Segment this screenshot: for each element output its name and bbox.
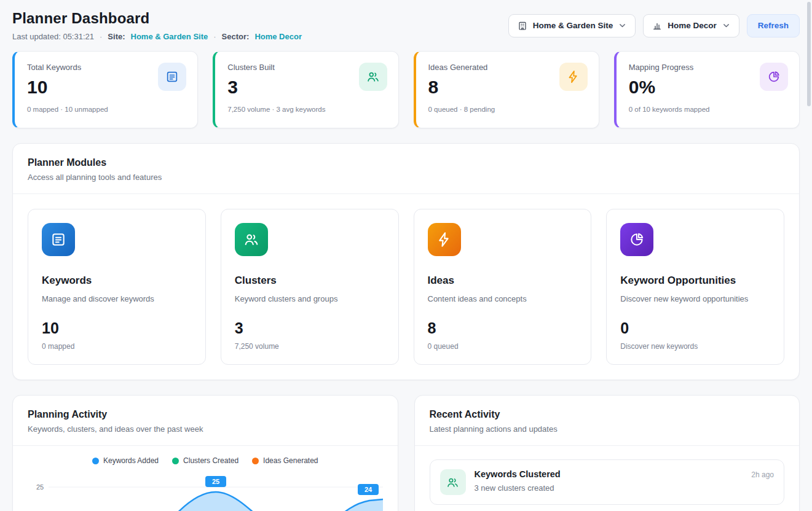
users-icon bbox=[359, 63, 387, 91]
users-icon bbox=[440, 469, 466, 495]
legend-label: Ideas Generated bbox=[263, 456, 318, 465]
planner-modules-header: Planner Modules Access all planning tool… bbox=[13, 144, 799, 194]
svg-text:24: 24 bbox=[365, 486, 372, 493]
planning-activity-header: Planning Activity Keywords, clusters, an… bbox=[13, 396, 398, 446]
chevron-down-icon bbox=[722, 21, 730, 29]
chevron-down-icon bbox=[618, 21, 626, 29]
module-sub: 0 mapped bbox=[42, 342, 192, 351]
activity-title: Keywords Clustered bbox=[475, 469, 743, 479]
section-subtitle: Latest planning actions and updates bbox=[430, 424, 785, 434]
module-title: Ideas bbox=[428, 275, 578, 287]
stat-card-total-keywords: Total Keywords 10 0 mapped · 10 unmapped bbox=[12, 51, 198, 128]
module-card-keywords[interactable]: Keywords Manage and discover keywords 10… bbox=[28, 209, 206, 365]
planning-activity-panel: Planning Activity Keywords, clusters, an… bbox=[12, 395, 398, 511]
users-icon bbox=[235, 223, 268, 256]
planner-modules-panel: Planner Modules Access all planning tool… bbox=[12, 143, 800, 380]
module-card-clusters[interactable]: Clusters Keyword clusters and groups 3 7… bbox=[221, 209, 399, 365]
modules-grid: Keywords Manage and discover keywords 10… bbox=[13, 194, 799, 380]
stat-sub: 7,250 volume · 3 avg keywords bbox=[227, 106, 325, 113]
module-sub: Discover new keywords bbox=[620, 342, 770, 351]
building-icon bbox=[518, 21, 527, 31]
stats-row: Total Keywords 10 0 mapped · 10 unmapped… bbox=[12, 51, 800, 128]
legend-dot bbox=[172, 458, 179, 464]
activity-timestamp: 2h ago bbox=[751, 469, 774, 479]
stat-sub: 0 mapped · 10 unmapped bbox=[27, 106, 108, 113]
pie-chart-icon bbox=[760, 63, 788, 91]
document-icon bbox=[42, 223, 75, 256]
svg-text:25: 25 bbox=[212, 478, 219, 485]
chart-legend: Keywords Added Clusters Created Ideas Ge… bbox=[13, 446, 398, 470]
module-card-ideas[interactable]: Ideas Content ideas and concepts 8 0 que… bbox=[414, 209, 592, 365]
stat-sub: 0 of 10 keywords mapped bbox=[629, 106, 710, 113]
stat-card-clusters-built: Clusters Built 3 7,250 volume · 3 avg ke… bbox=[213, 51, 398, 128]
stat-label: Clusters Built bbox=[227, 63, 325, 72]
stat-card-text: Clusters Built 3 7,250 volume · 3 avg ke… bbox=[227, 63, 325, 118]
module-title: Keyword Opportunities bbox=[620, 275, 770, 287]
stat-value: 10 bbox=[27, 77, 108, 98]
section-subtitle: Keywords, clusters, and ideas over the p… bbox=[28, 424, 383, 434]
scrollbar-thumb[interactable] bbox=[807, 2, 811, 106]
document-icon bbox=[158, 63, 186, 91]
module-value: 3 bbox=[235, 319, 385, 337]
site-dropdown[interactable]: Home & Garden Site bbox=[508, 14, 636, 37]
stat-sub: 0 queued · 8 pending bbox=[428, 106, 495, 113]
site-link[interactable]: Home & Garden Site bbox=[131, 32, 208, 41]
recent-activity-header: Recent Activity Latest planning actions … bbox=[415, 396, 800, 446]
stat-card-text: Total Keywords 10 0 mapped · 10 unmapped bbox=[27, 63, 108, 118]
scrollbar[interactable] bbox=[806, 0, 812, 511]
bolt-icon bbox=[428, 223, 461, 256]
svg-text:25: 25 bbox=[36, 483, 44, 491]
stat-value: 3 bbox=[227, 77, 325, 98]
meta-separator: · bbox=[213, 32, 216, 41]
module-card-keyword-opportunities[interactable]: Keyword Opportunities Discover new keywo… bbox=[606, 209, 784, 365]
refresh-button[interactable]: Refresh bbox=[747, 14, 800, 37]
activity-body: Keywords Clustered 3 new clusters create… bbox=[475, 469, 743, 493]
legend-item-keywords-added: Keywords Added bbox=[92, 456, 159, 465]
topbar-left: Planner Dashboard Last updated: 05:31:21… bbox=[12, 10, 302, 41]
stat-label: Total Keywords bbox=[27, 63, 108, 72]
legend-label: Keywords Added bbox=[103, 456, 159, 465]
legend-item-ideas-generated: Ideas Generated bbox=[252, 456, 318, 465]
section-subtitle: Access all planning tools and features bbox=[28, 173, 784, 182]
planning-activity-chart: 25 25 24 bbox=[28, 471, 384, 511]
activity-list: Keywords Clustered 3 new clusters create… bbox=[415, 446, 800, 511]
stat-value: 8 bbox=[428, 77, 495, 98]
sector-label: Sector: bbox=[222, 32, 250, 41]
meta-separator: · bbox=[100, 32, 102, 41]
activity-desc: 3 new clusters created bbox=[475, 483, 743, 493]
section-title: Planning Activity bbox=[28, 409, 383, 420]
stat-card-text: Mapping Progress 0% 0 of 10 keywords map… bbox=[629, 63, 710, 118]
site-label: Site: bbox=[108, 32, 125, 41]
module-value: 0 bbox=[620, 319, 770, 337]
topbar: Planner Dashboard Last updated: 05:31:21… bbox=[12, 10, 800, 41]
last-updated-text: Last updated: 05:31:21 bbox=[12, 32, 94, 41]
module-sub: 0 queued bbox=[428, 342, 578, 351]
legend-label: Clusters Created bbox=[183, 456, 238, 465]
pie-chart-icon bbox=[620, 223, 653, 256]
module-desc: Keyword clusters and groups bbox=[235, 294, 385, 303]
site-dropdown-label: Home & Garden Site bbox=[533, 21, 613, 30]
bottom-panels: Planning Activity Keywords, clusters, an… bbox=[12, 395, 800, 511]
stat-label: Ideas Generated bbox=[428, 63, 495, 72]
stat-label: Mapping Progress bbox=[629, 63, 710, 72]
recent-activity-panel: Recent Activity Latest planning actions … bbox=[414, 395, 800, 511]
legend-dot bbox=[252, 458, 259, 464]
module-sub: 7,250 volume bbox=[235, 342, 385, 351]
bolt-icon bbox=[559, 63, 588, 91]
stat-card-mapping-progress: Mapping Progress 0% 0 of 10 keywords map… bbox=[614, 51, 800, 128]
sector-link[interactable]: Home Decor bbox=[254, 32, 302, 41]
sector-dropdown-label: Home Decor bbox=[668, 21, 717, 30]
module-title: Keywords bbox=[42, 275, 192, 287]
module-value: 10 bbox=[42, 319, 192, 337]
module-desc: Manage and discover keywords bbox=[42, 294, 192, 303]
module-desc: Content ideas and concepts bbox=[428, 294, 578, 303]
stat-card-ideas-generated: Ideas Generated 8 0 queued · 8 pending bbox=[414, 51, 599, 128]
bar-chart-icon bbox=[652, 21, 662, 31]
module-desc: Discover new keyword opportunities bbox=[620, 294, 770, 303]
list-item: Keywords Clustered 3 new clusters create… bbox=[430, 459, 785, 505]
module-title: Clusters bbox=[235, 275, 385, 287]
planner-dashboard-page: Planner Dashboard Last updated: 05:31:21… bbox=[0, 0, 812, 511]
sector-dropdown[interactable]: Home Decor bbox=[643, 14, 739, 37]
section-title: Planner Modules bbox=[28, 157, 784, 168]
topbar-actions: Home & Garden Site Home Decor Refresh bbox=[508, 14, 800, 37]
